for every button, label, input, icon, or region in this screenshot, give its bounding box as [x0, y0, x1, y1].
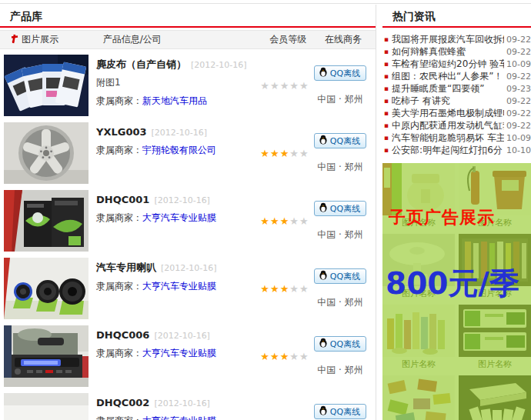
qq-penguin-icon — [319, 405, 328, 418]
product-row: 汽车专用喇叭[2012-10-16] 隶属商家：大亨汽车专业贴膜 ★★★★★ Q… — [0, 252, 376, 320]
news-item[interactable]: ▪我国将开展报废汽车回收拆解09-22 — [382, 33, 531, 45]
news-link[interactable]: 中原内配获通用发动机气缸套 — [392, 119, 504, 132]
product-name[interactable]: DHQC001 — [96, 194, 149, 205]
bullet-icon: ▪ — [384, 60, 389, 68]
news-link[interactable]: 如何辩解真假蜂蜜 — [392, 45, 504, 58]
ad-banner[interactable]: 图片名称 图片名称 图片名称 图片名称 图片名称 — [382, 163, 531, 420]
qq-status-label: QQ离线 — [330, 406, 360, 418]
bullet-icon: ▪ — [384, 97, 389, 105]
vendor-link[interactable]: 宇翔轮毂有限公司 — [142, 145, 216, 155]
qq-status-button[interactable]: QQ离线 — [314, 404, 366, 419]
bullet-icon: ▪ — [384, 35, 389, 43]
vendor-label: 隶属商家： — [96, 415, 142, 420]
product-info: 麂皮布（自产自销）[2012-10-16] 附图1 隶属商家：新天地汽车用品 — [88, 55, 262, 117]
product-name[interactable]: YXLG003 — [96, 126, 147, 138]
vendor-label: 隶属商家： — [96, 348, 142, 358]
news-date: 09-22 — [506, 121, 531, 131]
qq-status-button[interactable]: QQ离线 — [314, 201, 366, 216]
qq-penguin-icon — [319, 135, 328, 147]
news-date: 09-22 — [506, 96, 531, 106]
column-header-online: 在线商务 — [311, 33, 376, 46]
news-item[interactable]: ▪吃柿子 有讲究09-22 — [382, 95, 531, 107]
news-item[interactable]: ▪车检有望缩短约20分钟 验车将10-09 — [382, 58, 531, 70]
product-row: 麂皮布（自产自销）[2012-10-16] 附图1 隶属商家：新天地汽车用品 ★… — [0, 49, 376, 117]
qq-penguin-icon — [319, 338, 328, 350]
list-marker-icon — [10, 34, 18, 46]
column-header-info: 产品信息/公司 — [92, 33, 266, 46]
vendor-link[interactable]: 大亨汽车专业贴膜 — [142, 212, 216, 223]
news-item[interactable]: ▪汽车智能钥匙脆弱易坏 车主需10-09 — [382, 132, 531, 144]
news-item[interactable]: ▪组图：农民种出“人参果”！09-22 — [382, 70, 531, 82]
product-date: [2012-10-16] — [154, 398, 210, 408]
product-location: 中国 · 郑州 — [317, 228, 362, 242]
product-name[interactable]: 汽车专用喇叭 — [96, 262, 156, 273]
news-date: 10-09 — [506, 59, 531, 69]
news-item[interactable]: ▪公安部:明年起闯红灯扣6分 挡10-10 — [382, 144, 531, 156]
product-date: [2012-10-16] — [154, 331, 210, 341]
news-link[interactable]: 美大学用石墨烯电极制成锂电 — [392, 107, 504, 120]
news-date: 09-23 — [506, 84, 531, 94]
column-header-image-label: 图片展示 — [22, 33, 58, 46]
sidebar: 热门资讯 ▪我国将开展报废汽车回收拆解09-22 ▪如何辩解真假蜂蜜09-22 … — [382, 5, 531, 420]
news-date: 09-22 — [506, 47, 531, 57]
product-location: 中国 · 郑州 — [317, 364, 362, 377]
qq-status-label: QQ离线 — [330, 203, 360, 215]
product-row: DHQC002[2012-10-16] 隶属商家：大亨汽车专业贴膜 ★★★★★ … — [0, 388, 376, 420]
product-location: 中国 · 郑州 — [317, 93, 362, 106]
qq-status-label: QQ离线 — [330, 271, 360, 282]
product-attachment[interactable]: 附图1 — [96, 76, 262, 89]
product-location: 中国 · 郑州 — [317, 161, 362, 174]
product-name[interactable]: DHQC002 — [96, 397, 149, 408]
column-header-image: 图片展示 — [0, 33, 92, 46]
news-link[interactable]: 吃柿子 有讲究 — [392, 95, 504, 108]
news-link[interactable]: 提升睡眠质量“四要领” — [392, 82, 504, 95]
bullet-icon: ▪ — [384, 146, 389, 154]
qq-status-button[interactable]: QQ离线 — [314, 65, 366, 81]
rating-stars: ★★★★★ — [260, 148, 309, 159]
product-image-car-speakers[interactable] — [4, 258, 88, 319]
qq-status-button[interactable]: QQ离线 — [314, 336, 366, 352]
product-image-car-stereo[interactable] — [4, 325, 88, 387]
product-image-alloy-wheel[interactable] — [4, 122, 88, 184]
vendor-link[interactable]: 新天地汽车用品 — [142, 95, 207, 106]
vendor-link[interactable]: 大亨汽车专业贴膜 — [142, 415, 216, 420]
news-date: 09-22 — [506, 108, 531, 118]
product-name[interactable]: DHQC006 — [96, 329, 149, 341]
qq-penguin-icon — [319, 67, 328, 79]
news-item[interactable]: ▪中原内配获通用发动机气缸套09-22 — [382, 119, 531, 132]
vendor-link[interactable]: 大亨汽车专业贴膜 — [142, 281, 216, 292]
qq-status-label: QQ离线 — [330, 338, 360, 350]
news-item[interactable]: ▪美大学用石墨烯电极制成锂电09-22 — [382, 107, 531, 119]
rating-stars: ★★★★★ — [260, 351, 309, 362]
vendor-label: 隶属商家： — [96, 95, 142, 106]
qq-status-button[interactable]: QQ离线 — [314, 268, 366, 284]
product-location: 中国 · 郑州 — [317, 296, 362, 309]
product-date: [2012-10-16] — [154, 195, 210, 205]
news-link[interactable]: 我国将开展报废汽车回收拆解 — [392, 33, 504, 46]
vendor-link[interactable]: 大亨汽车专业贴膜 — [142, 348, 216, 358]
news-link[interactable]: 组图：农民种出“人参果”！ — [392, 70, 504, 83]
table-header: 图片展示 产品信息/公司 会员等级 在线商务 — [0, 30, 376, 49]
news-link[interactable]: 公安部:明年起闯红灯扣6分 挡 — [392, 144, 504, 157]
vendor-label: 隶属商家： — [96, 145, 142, 155]
product-image-car-product[interactable] — [4, 393, 88, 420]
qq-penguin-icon — [319, 270, 328, 282]
news-item[interactable]: ▪提升睡眠质量“四要领”09-23 — [382, 82, 531, 95]
news-link[interactable]: 车检有望缩短约20分钟 验车将 — [392, 58, 504, 71]
bullet-icon: ▪ — [384, 122, 389, 129]
bullet-icon: ▪ — [384, 134, 389, 142]
product-name[interactable]: 麂皮布（自产自销） — [96, 58, 186, 70]
product-image-suede-cloth[interactable] — [4, 55, 88, 116]
vendor-label: 隶属商家： — [96, 212, 142, 223]
rating-stars: ★★★★★ — [260, 80, 309, 92]
news-date: 09-22 — [506, 72, 531, 82]
product-date: [2012-10-16] — [152, 128, 208, 138]
ad-overlay-price: 800元/季 — [386, 263, 519, 305]
product-image-film-boxes[interactable] — [4, 190, 88, 252]
news-link[interactable]: 汽车智能钥匙脆弱易坏 车主需 — [392, 132, 504, 145]
product-date: [2012-10-16] — [161, 263, 217, 273]
news-item[interactable]: ▪如何辩解真假蜂蜜09-22 — [382, 45, 531, 58]
product-row: DHQC001[2012-10-16] 隶属商家：大亨汽车专业贴膜 ★★★★★ … — [0, 185, 376, 252]
page-title: 产品库 — [0, 5, 376, 28]
qq-status-button[interactable]: QQ离线 — [314, 133, 366, 148]
